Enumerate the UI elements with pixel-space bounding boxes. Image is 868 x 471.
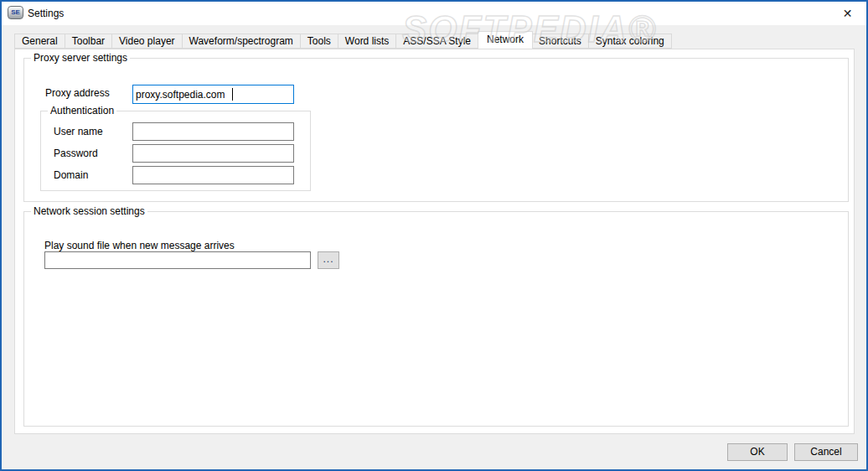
proxy-group-title: Proxy server settings [31, 52, 130, 64]
ok-button[interactable]: OK [727, 443, 788, 461]
password-input[interactable] [132, 144, 294, 163]
session-group-title: Network session settings [31, 205, 147, 217]
app-icon: SE [8, 6, 23, 19]
authentication-group-title: Authentication [48, 105, 116, 116]
play-sound-file-label: Play sound file when new message arrives [44, 240, 235, 251]
password-label: Password [54, 148, 98, 159]
tab-word-lists[interactable]: Word lists [338, 34, 396, 49]
domain-label: Domain [54, 169, 88, 181]
domain-input[interactable] [132, 166, 294, 184]
sound-file-input[interactable] [44, 251, 311, 269]
settings-window: SE Settings ✕ SOFTPEDIA® General Toolbar… [0, 0, 868, 471]
user-name-input[interactable] [132, 122, 294, 141]
user-name-label: User name [54, 126, 103, 137]
network-tab-page: Proxy server settings Proxy address Auth… [14, 49, 855, 434]
cancel-button[interactable]: Cancel [794, 443, 858, 461]
text-caret [232, 88, 233, 101]
window-title: Settings [28, 8, 64, 19]
tab-waveform-spectrogram[interactable]: Waveform/spectrogram [183, 34, 301, 49]
proxy-address-input[interactable] [132, 85, 294, 104]
tab-video-player[interactable]: Video player [112, 34, 183, 49]
tab-toolbar[interactable]: Toolbar [65, 34, 112, 49]
tab-tools[interactable]: Tools [301, 34, 338, 49]
tab-network[interactable]: Network [478, 31, 533, 49]
tab-strip: General Toolbar Video player Waveform/sp… [14, 32, 672, 49]
browse-sound-file-button[interactable]: ... [318, 251, 339, 269]
tab-general[interactable]: General [14, 34, 65, 49]
tab-syntax-coloring[interactable]: Syntax coloring [589, 34, 672, 49]
title-bar: SE Settings ✕ [2, 2, 866, 25]
close-icon: ✕ [843, 7, 853, 20]
proxy-address-label: Proxy address [45, 87, 110, 99]
close-button[interactable]: ✕ [829, 2, 866, 25]
tab-ass-ssa-style[interactable]: ASS/SSA Style [396, 34, 478, 49]
tab-shortcuts[interactable]: Shortcuts [532, 34, 589, 49]
